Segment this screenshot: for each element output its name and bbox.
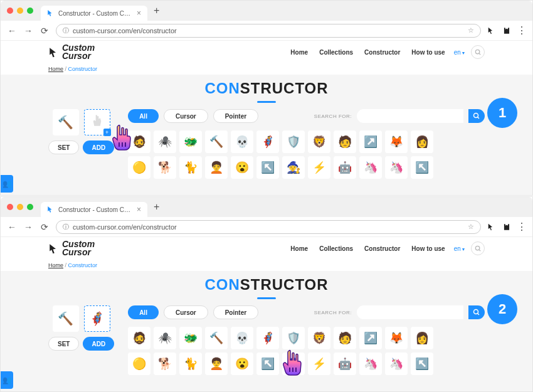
- maximize-window-button[interactable]: [27, 8, 33, 14]
- cursor-item[interactable]: 🧑: [334, 327, 356, 349]
- browser-tab[interactable]: Constructor - Custom Cursor br ×: [41, 202, 147, 217]
- filter-all[interactable]: All: [128, 109, 159, 123]
- maximize-window-button[interactable]: [27, 204, 33, 210]
- cursor-extension-icon[interactable]: [487, 223, 496, 231]
- cursor-item[interactable]: 🧑‍🦱: [205, 156, 228, 179]
- cursor-item[interactable]: 🦄: [359, 352, 382, 375]
- cursor-item[interactable]: ↖️: [411, 156, 433, 179]
- header-search-button[interactable]: [471, 241, 485, 255]
- close-window-button[interactable]: [7, 8, 13, 14]
- forward-button[interactable]: →: [23, 222, 33, 232]
- cursor-item[interactable]: 🔨: [205, 327, 228, 349]
- back-button[interactable]: ←: [7, 26, 17, 36]
- cursor-item[interactable]: 🦄: [359, 156, 382, 179]
- address-bar[interactable]: ⓘ custom-cursor.com/en/constructor ☆: [56, 24, 481, 38]
- cursor-item[interactable]: ↖️: [256, 352, 279, 375]
- cursor-item[interactable]: 🦸: [256, 130, 279, 153]
- nav-collections[interactable]: Collections: [319, 245, 353, 252]
- site-logo[interactable]: Custom Cursor: [48, 44, 95, 60]
- cursor-item[interactable]: 🧑: [334, 130, 356, 153]
- cursor-item[interactable]: 🐕: [154, 352, 176, 375]
- minimize-window-button[interactable]: [17, 204, 23, 210]
- site-logo[interactable]: Custom Cursor: [48, 240, 95, 256]
- add-button[interactable]: ADD: [83, 337, 114, 351]
- cursor-extension-icon[interactable]: [487, 26, 496, 35]
- cursor-item[interactable]: ⚡: [308, 156, 330, 179]
- reload-button[interactable]: ⟳: [40, 26, 50, 36]
- nav-home[interactable]: Home: [290, 245, 308, 252]
- cursor-item[interactable]: 🧙: [282, 352, 305, 375]
- cursor-item[interactable]: ↗️: [359, 130, 382, 153]
- filter-cursor[interactable]: Cursor: [164, 305, 208, 319]
- cursor-item[interactable]: 👩: [411, 327, 433, 349]
- cursor-item[interactable]: 🤖: [334, 352, 356, 375]
- cursor-item[interactable]: 🟡: [128, 352, 150, 375]
- close-window-button[interactable]: [7, 204, 13, 210]
- forward-button[interactable]: →: [23, 26, 33, 36]
- feedback-tab[interactable]: 👥: [1, 175, 13, 193]
- browser-tab[interactable]: Constructor - Custom Cursor br ×: [41, 6, 147, 21]
- cursor-item[interactable]: ⚡: [308, 352, 330, 375]
- cursor-item[interactable]: 🤖: [334, 156, 356, 179]
- tab-close-icon[interactable]: ×: [137, 205, 141, 214]
- set-button[interactable]: SET: [48, 140, 79, 154]
- cursor-item[interactable]: 🐈: [179, 352, 202, 375]
- nav-constructor[interactable]: Constructor: [364, 49, 400, 56]
- new-tab-button[interactable]: +: [154, 201, 159, 213]
- cursor-item[interactable]: 🧙: [282, 156, 305, 179]
- star-icon[interactable]: ☆: [468, 223, 474, 231]
- cursor-item[interactable]: 🧔: [128, 130, 150, 153]
- cursor-item[interactable]: 💀: [231, 130, 253, 153]
- cursor-item[interactable]: 🕷️: [154, 327, 176, 349]
- cursor-item[interactable]: 🕷️: [154, 130, 176, 153]
- nav-constructor[interactable]: Constructor: [364, 245, 400, 252]
- new-tab-button[interactable]: +: [154, 5, 159, 16]
- breadcrumb-home[interactable]: Home: [48, 66, 63, 72]
- cursor-item[interactable]: 🐲: [179, 130, 202, 153]
- language-selector[interactable]: en: [454, 245, 465, 252]
- menu-icon[interactable]: ⋮: [517, 26, 526, 35]
- filter-pointer[interactable]: Pointer: [213, 305, 258, 319]
- cursor-item[interactable]: 🦄: [385, 156, 408, 179]
- search-input[interactable]: [357, 305, 463, 319]
- cursor-item[interactable]: 🛡️: [282, 327, 305, 349]
- cursor-item[interactable]: ↖️: [411, 352, 433, 375]
- nav-how-to-use[interactable]: How to use: [411, 245, 445, 252]
- header-search-button[interactable]: [471, 45, 485, 59]
- search-button[interactable]: [468, 305, 485, 319]
- cursor-item[interactable]: 🧔: [128, 327, 150, 349]
- cursor-item[interactable]: 🐲: [179, 327, 202, 349]
- cursor-item[interactable]: 🦊: [385, 130, 408, 153]
- cursor-item[interactable]: 😮: [231, 352, 253, 375]
- cursor-item[interactable]: 🔨: [205, 130, 228, 153]
- cursor-item[interactable]: 🟡: [128, 156, 150, 179]
- cursor-item[interactable]: 🐕: [154, 156, 176, 179]
- cursor-slot[interactable]: 🔨: [53, 305, 79, 332]
- cursor-item[interactable]: 🛡️: [282, 130, 305, 153]
- menu-icon[interactable]: ⋮: [517, 223, 526, 231]
- cursor-item[interactable]: 🦊: [385, 327, 408, 349]
- set-button[interactable]: SET: [48, 337, 79, 351]
- batman-extension-icon[interactable]: [502, 223, 511, 231]
- breadcrumb-home[interactable]: Home: [48, 262, 63, 268]
- minimize-window-button[interactable]: [17, 8, 23, 14]
- batman-extension-icon[interactable]: [502, 26, 511, 35]
- cursor-item[interactable]: ↖️: [256, 156, 279, 179]
- language-selector[interactable]: en: [454, 49, 465, 56]
- filter-pointer[interactable]: Pointer: [213, 109, 258, 123]
- cursor-item[interactable]: 🦁: [308, 327, 330, 349]
- cursor-item[interactable]: 💀: [231, 327, 253, 349]
- nav-collections[interactable]: Collections: [319, 49, 353, 56]
- filter-cursor[interactable]: Cursor: [164, 109, 208, 123]
- pointer-slot-filled[interactable]: 🦸: [84, 305, 110, 332]
- reload-button[interactable]: ⟳: [40, 222, 50, 232]
- search-input[interactable]: [357, 109, 463, 123]
- tab-close-icon[interactable]: ×: [137, 9, 141, 18]
- feedback-tab[interactable]: 👥: [1, 371, 13, 389]
- cursor-item[interactable]: 👩: [411, 130, 433, 153]
- cursor-item[interactable]: 🦸: [256, 327, 279, 349]
- back-button[interactable]: ←: [7, 222, 17, 232]
- star-icon[interactable]: ☆: [468, 26, 474, 34]
- address-bar[interactable]: ⓘ custom-cursor.com/en/constructor ☆: [56, 220, 481, 234]
- cursor-item[interactable]: ↗️: [359, 327, 382, 349]
